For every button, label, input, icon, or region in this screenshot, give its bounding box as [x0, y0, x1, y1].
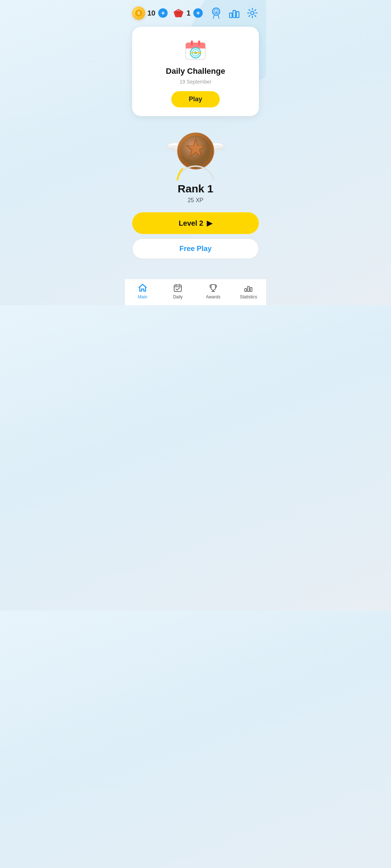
svg-rect-45	[248, 286, 249, 292]
header-actions: ★	[210, 7, 259, 20]
svg-rect-13	[233, 10, 236, 18]
add-gems-button[interactable]: +	[193, 8, 203, 18]
svg-rect-28	[198, 41, 200, 46]
stats-icon	[243, 283, 253, 293]
svg-rect-46	[250, 288, 252, 292]
svg-line-23	[249, 16, 250, 17]
svg-line-9	[213, 15, 214, 18]
svg-rect-14	[236, 12, 239, 18]
daily-challenge-card: Daily Challenge 19 September Play	[132, 27, 259, 116]
level-button[interactable]: Level 2 ▶	[132, 212, 259, 234]
nav-label-main: Main	[138, 294, 147, 299]
svg-line-21	[255, 16, 256, 17]
nav-item-main[interactable]: Main	[125, 283, 160, 299]
svg-line-20	[249, 10, 250, 11]
nav-label-statistics: Statistics	[240, 294, 257, 299]
rank-section: Rank 1 25 XP	[132, 123, 259, 206]
badge-button[interactable]: ★	[210, 7, 223, 20]
nav-item-statistics[interactable]: Statistics	[231, 283, 266, 299]
settings-button[interactable]	[246, 7, 259, 20]
free-play-button[interactable]: Free Play	[132, 238, 259, 259]
svg-text:★: ★	[215, 10, 218, 14]
arrow-icon: ▶	[207, 219, 212, 227]
trophy-icon	[208, 283, 218, 293]
main-content: Daily Challenge 19 September Play	[125, 23, 266, 259]
svg-line-10	[218, 15, 219, 18]
challenge-date: 19 September	[180, 79, 211, 85]
nav-label-awards: Awards	[206, 294, 220, 299]
ruby-gem-icon	[173, 8, 184, 18]
add-coins-button[interactable]: +	[158, 8, 168, 18]
svg-rect-27	[191, 41, 193, 46]
svg-rect-44	[245, 289, 247, 292]
header: $ 10 + 1 + ★	[125, 0, 266, 23]
home-icon	[138, 283, 148, 293]
leaderboard-button[interactable]	[228, 7, 241, 20]
gem-count: 1	[186, 9, 190, 17]
svg-text:$: $	[138, 11, 140, 15]
bottom-navigation: Main Daily Awards	[125, 279, 266, 305]
svg-point-15	[251, 12, 254, 15]
rank-title: Rank 1	[178, 183, 213, 195]
svg-rect-12	[230, 13, 232, 18]
play-button[interactable]: Play	[171, 91, 219, 107]
challenge-title: Daily Challenge	[166, 67, 225, 76]
nav-item-awards[interactable]: Awards	[196, 283, 231, 299]
svg-line-22	[255, 10, 256, 11]
nav-item-daily[interactable]: Daily	[160, 283, 196, 299]
svg-rect-38	[174, 285, 181, 292]
nav-label-daily: Daily	[173, 294, 183, 299]
coin-count: 10	[147, 9, 155, 17]
rank-medal-container	[163, 123, 228, 180]
coin-icon: $	[132, 7, 145, 20]
rank-xp: 25 XP	[188, 197, 203, 204]
calendar-icon	[173, 283, 183, 293]
challenge-icon	[183, 37, 208, 62]
action-buttons: Level 2 ▶ Free Play	[132, 212, 259, 259]
